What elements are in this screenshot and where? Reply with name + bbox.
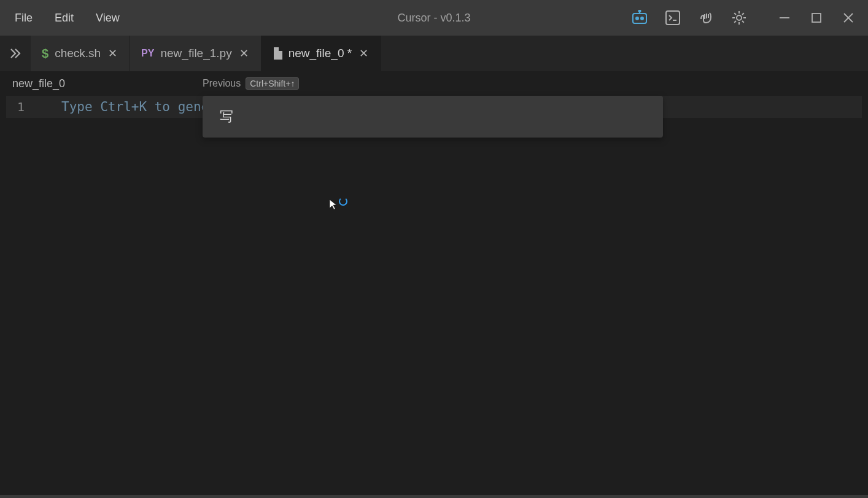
breadcrumb-bar: new_file_0 Previous Ctrl+Shift+↑ — [0, 71, 868, 96]
tab-new-file-1-py[interactable]: PY new_file_1.py ✕ — [130, 36, 262, 71]
terminal-icon[interactable] — [663, 8, 683, 28]
python-file-icon: PY — [141, 48, 154, 59]
mouse-cursor — [329, 199, 347, 210]
svg-rect-0 — [633, 14, 646, 23]
loading-spinner-icon — [339, 197, 347, 206]
keyboard-shortcut: Ctrl+Shift+↑ — [246, 77, 299, 90]
close-tab-icon[interactable]: ✕ — [358, 45, 370, 61]
status-bar — [0, 495, 868, 498]
previous-label: Previous — [203, 78, 241, 89]
tab-label: check.sh — [55, 47, 101, 60]
menu-file[interactable]: File — [5, 8, 42, 28]
tab-new-file-0[interactable]: new_file_0 * ✕ — [262, 36, 382, 71]
robot-icon[interactable] — [630, 8, 649, 28]
svg-point-2 — [641, 17, 643, 20]
previous-hint[interactable]: Previous Ctrl+Shift+↑ — [203, 77, 299, 90]
tab-label: new_file_0 * — [289, 47, 352, 60]
svg-point-4 — [639, 10, 641, 12]
maximize-button[interactable] — [807, 8, 826, 28]
close-tab-icon[interactable]: ✕ — [238, 45, 250, 61]
tab-label: new_file_1.py — [160, 47, 231, 60]
ai-prompt-box — [203, 96, 663, 138]
gear-icon[interactable] — [729, 8, 749, 28]
tab-check-sh[interactable]: $ check.sh ✕ — [31, 36, 130, 71]
window-controls — [775, 8, 858, 28]
tab-overflow-button[interactable] — [0, 36, 31, 71]
tab-bar: $ check.sh ✕ PY new_file_1.py ✕ new_file… — [0, 36, 868, 71]
menu-bar: File Edit View — [5, 8, 130, 28]
breadcrumb: new_file_0 — [12, 77, 65, 90]
svg-rect-5 — [666, 11, 680, 25]
svg-point-1 — [636, 17, 638, 20]
line-number: 1 — [6, 99, 31, 114]
wave-icon[interactable] — [696, 8, 716, 28]
minimize-button[interactable] — [775, 8, 794, 28]
title-bar-actions — [630, 8, 863, 28]
title-bar: File Edit View Cursor - v0.1.3 — [0, 0, 868, 36]
file-icon — [273, 47, 282, 60]
editor-area[interactable]: 1 Type Ctrl+K to generat — [0, 96, 868, 495]
close-button[interactable] — [839, 8, 858, 28]
svg-point-7 — [737, 15, 742, 20]
ai-prompt-input[interactable] — [220, 109, 646, 125]
menu-edit[interactable]: Edit — [45, 8, 83, 28]
window-title: Cursor - v0.1.3 — [397, 12, 470, 25]
menu-view[interactable]: View — [86, 8, 130, 28]
shell-file-icon: $ — [42, 47, 48, 61]
svg-rect-9 — [812, 14, 821, 22]
close-tab-icon[interactable]: ✕ — [107, 45, 118, 61]
